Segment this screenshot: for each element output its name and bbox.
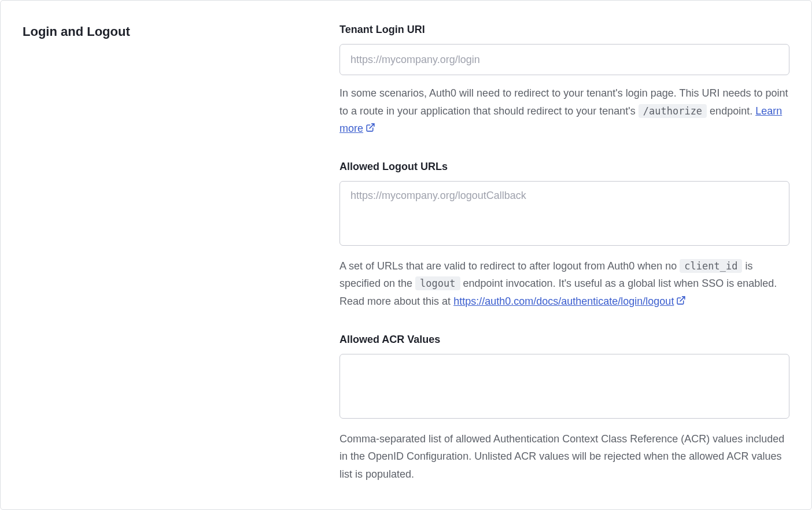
field-allowed-acr-values: Allowed ACR Values Comma-separated list … (339, 334, 789, 483)
logout-docs-link[interactable]: https://auth0.com/docs/authenticate/logi… (453, 295, 686, 307)
settings-panel: Login and Logout Tenant Login URI In som… (0, 0, 812, 510)
label-tenant-login-uri: Tenant Login URI (339, 24, 789, 36)
textarea-allowed-acr-values[interactable] (339, 354, 789, 419)
label-allowed-logout-urls: Allowed Logout URLs (339, 161, 789, 173)
input-tenant-login-uri[interactable] (339, 44, 789, 75)
help-tenant-login-uri: In some scenarios, Auth0 will need to re… (339, 84, 789, 138)
help-text-segment: A set of URLs that are valid to redirect… (339, 260, 680, 272)
svg-line-0 (370, 124, 374, 128)
textarea-allowed-logout-urls[interactable] (339, 181, 789, 246)
section-title: Login and Logout (23, 24, 312, 40)
code-client-id: client_id (680, 259, 742, 273)
link-label: https://auth0.com/docs/authenticate/logi… (453, 295, 674, 307)
label-allowed-acr-values: Allowed ACR Values (339, 334, 789, 346)
external-link-icon (366, 123, 375, 132)
help-allowed-acr-values: Comma-separated list of allowed Authenti… (339, 430, 789, 483)
section-left: Login and Logout (23, 24, 312, 486)
help-text-segment: endpoint. (707, 105, 755, 117)
field-allowed-logout-urls: Allowed Logout URLs A set of URLs that a… (339, 161, 789, 311)
svg-line-1 (680, 297, 685, 301)
field-tenant-login-uri: Tenant Login URI In some scenarios, Auth… (339, 24, 789, 138)
section-right: Tenant Login URI In some scenarios, Auth… (339, 24, 789, 486)
external-link-icon (676, 295, 686, 305)
help-allowed-logout-urls: A set of URLs that are valid to redirect… (339, 257, 789, 311)
code-logout: logout (415, 276, 460, 290)
code-authorize: /authorize (638, 104, 707, 118)
